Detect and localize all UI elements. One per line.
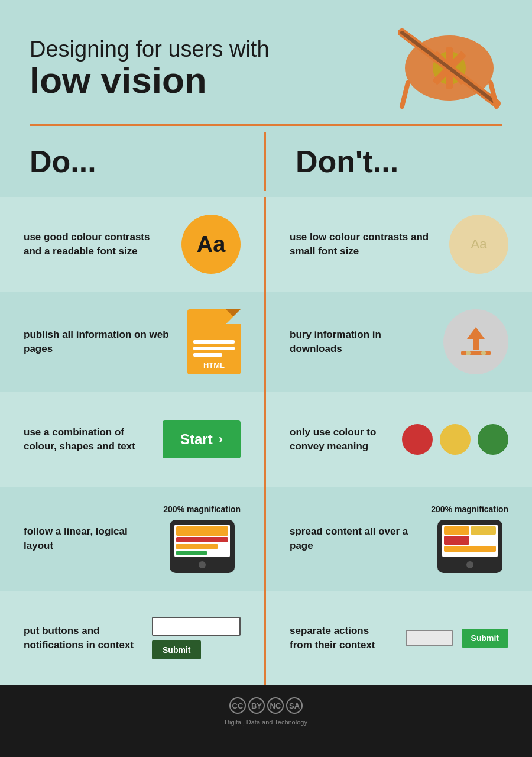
start-button[interactable]: Start › (163, 420, 241, 458)
row-color-shapes: use a combination of colour, shapes and … (0, 392, 532, 487)
cell-dont-spread: spread content all over a page 200% magn… (266, 487, 532, 591)
submit-dont-demo: Submit (405, 629, 508, 648)
dont-buttons-text: separate actions from their context (290, 624, 393, 652)
header-subtitle: Designing for users with (30, 37, 270, 62)
green-circle (478, 424, 508, 455)
row-font-size: use good colour contrasts and a readable… (0, 197, 532, 292)
do-layout-text: follow a linear, logical layout (24, 525, 151, 553)
svg-rect-10 (461, 351, 491, 355)
cell-dont-font: use low colour contrasts and small font … (266, 197, 532, 292)
magnification-do-label: 200% magnification (163, 504, 241, 514)
submit-dont-input[interactable] (406, 630, 453, 646)
dont-font-text: use low colour contrasts and small font … (290, 230, 437, 258)
tablet-messy-icon (437, 520, 502, 573)
tablet-do-wrapper: 200% magnification (163, 504, 241, 573)
header: Designing for users with low vision (0, 0, 532, 124)
submit-dont-button[interactable]: Submit (462, 629, 508, 648)
row-layout: follow a linear, logical layout 200% mag… (0, 487, 532, 591)
cell-dont-download: bury information in downloads (266, 292, 532, 392)
dont-label: Don't... (266, 132, 532, 191)
arrow-icon: › (219, 432, 223, 447)
html-file-icon: HTML (187, 309, 241, 374)
tablet-screen-linear (174, 525, 230, 557)
block-2 (471, 526, 496, 535)
tablet-linear-icon (170, 520, 235, 573)
download-svg (455, 321, 497, 363)
tablet-dont-wrapper: 200% magnification (431, 504, 508, 573)
content-grid: use good colour contrasts and a readable… (0, 197, 532, 685)
submit-do-demo: Submit (152, 617, 241, 659)
download-icon (443, 309, 508, 374)
sa-icon: SA (286, 697, 303, 714)
do-web-text: publish all information on web pages (24, 328, 176, 356)
eye-logo (396, 24, 502, 112)
row-buttons: put buttons and notifications in context… (0, 591, 532, 685)
dont-color-text: only use colour to convey meaning (290, 425, 390, 454)
main-container: Designing for users with low vision (0, 0, 532, 737)
font-circle-dont-icon: Aa (449, 215, 508, 274)
svg-point-11 (466, 351, 471, 355)
footer-text: Digital, Data and Technology (225, 719, 307, 726)
dont-download-text: bury information in downloads (290, 328, 432, 356)
font-circle-do-icon: Aa (181, 215, 241, 274)
cell-do-web: publish all information on web pages HTM… (0, 292, 266, 392)
tablet-screen-messy (442, 525, 498, 557)
do-label: Do... (0, 132, 266, 191)
row-webpages: publish all information on web pages HTM… (0, 292, 532, 392)
svg-line-7 (402, 83, 408, 106)
file-line-3 (193, 353, 222, 357)
red-circle (402, 424, 433, 455)
svg-point-12 (481, 351, 486, 355)
magnification-dont-label: 200% magnification (431, 504, 508, 514)
nc-icon: NC (267, 697, 284, 714)
svg-marker-9 (467, 327, 485, 350)
cc-license-icons: CC BY NC SA (229, 697, 303, 714)
cell-do-font: use good colour contrasts and a readable… (0, 197, 266, 292)
do-shapes-text: use a combination of colour, shapes and … (24, 425, 151, 454)
do-dont-header: Do... Don't... (0, 126, 532, 197)
screen-bar-2 (176, 537, 228, 543)
tablet-home-button (199, 561, 206, 568)
block-4 (444, 546, 496, 552)
color-circles-icon (402, 424, 508, 455)
screen-bar-1 (176, 526, 228, 536)
footer: CC BY NC SA Digital, Data and Technology (0, 685, 532, 737)
cell-do-shapes: use a combination of colour, shapes and … (0, 392, 266, 487)
header-text: Designing for users with low vision (30, 37, 270, 99)
tablet-messy-home (466, 561, 473, 568)
submit-do-button[interactable]: Submit (152, 640, 201, 659)
header-title: low vision (30, 62, 270, 99)
screen-bar-4 (176, 551, 207, 555)
by-icon: BY (248, 697, 265, 714)
file-line-2 (193, 347, 235, 350)
yellow-circle (440, 424, 471, 455)
cell-do-buttons: put buttons and notifications in context… (0, 591, 266, 685)
do-buttons-text: put buttons and notifications in context (24, 624, 140, 652)
html-label: HTML (187, 361, 241, 370)
cell-dont-buttons: separate actions from their context Subm… (266, 591, 532, 685)
file-line-1 (193, 340, 235, 344)
block-1 (444, 526, 469, 535)
cell-do-layout: follow a linear, logical layout 200% mag… (0, 487, 266, 591)
dont-spread-text: spread content all over a page (290, 525, 419, 553)
cell-dont-color: only use colour to convey meaning (266, 392, 532, 487)
block-3 (444, 536, 469, 544)
do-font-text: use good colour contrasts and a readable… (24, 230, 170, 258)
screen-bar-3 (176, 544, 218, 549)
submit-do-input[interactable] (152, 617, 241, 636)
cc-icon: CC (229, 697, 246, 714)
